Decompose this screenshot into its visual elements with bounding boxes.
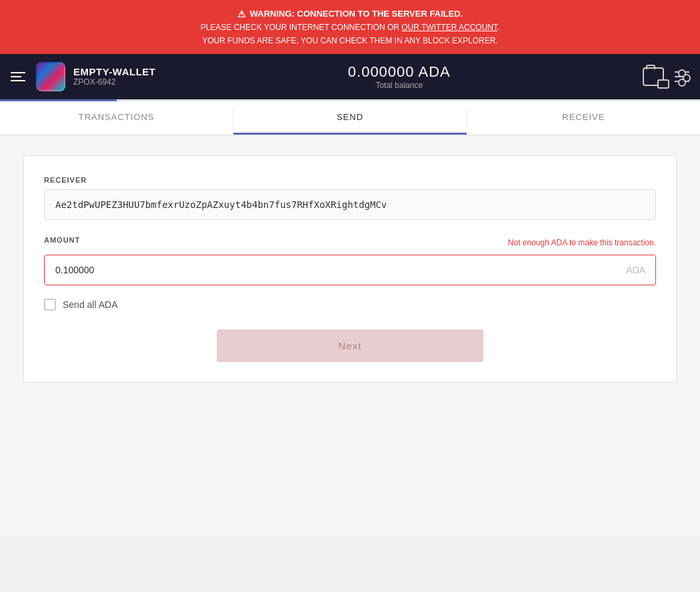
warning-line3: YOUR FUNDS ARE SAFE, YOU CAN CHECK THEM … (13, 35, 687, 47)
send-all-checkbox[interactable] (44, 299, 56, 311)
warning-text-1: WARNING: CONNECTION TO THE SERVER FAILED… (250, 7, 463, 21)
main-content: RECEIVER AMOUNT Not enough ADA to make t… (0, 135, 700, 535)
wallet-name: EMPTY-WALLET (73, 66, 156, 77)
wallet-icon-group[interactable] (643, 67, 664, 86)
wallet-avatar (36, 62, 65, 91)
warning-text-3: YOUR FUNDS ARE SAFE, YOU CAN CHECK THEM … (202, 36, 497, 45)
header-right (643, 67, 689, 86)
warning-icon: ⚠ (237, 7, 246, 21)
amount-label: AMOUNT (44, 236, 80, 244)
balance-amount: 0.000000 ADA (156, 63, 643, 81)
warning-line2: PLEASE CHECK YOUR INTERNET CONNECTION OR… (13, 21, 687, 34)
header-center: 0.000000 ADA Total balance (156, 63, 643, 90)
amount-header: AMOUNT Not enough ADA to make this trans… (44, 236, 656, 249)
tab-send[interactable]: SEND (233, 101, 466, 135)
wallet-small-icon[interactable] (657, 79, 669, 89)
warning-line1: ⚠ WARNING: CONNECTION TO THE SERVER FAIL… (13, 7, 687, 21)
send-card: RECEIVER AMOUNT Not enough ADA to make t… (23, 155, 677, 383)
amount-error: Not enough ADA to make this transaction. (508, 238, 656, 247)
header: EMPTY-WALLET ZPOX-6942 0.000000 ADA Tota… (0, 54, 700, 99)
settings-icon[interactable] (675, 71, 689, 82)
amount-input[interactable] (44, 255, 656, 285)
warning-banner: ⚠ WARNING: CONNECTION TO THE SERVER FAIL… (0, 0, 700, 54)
balance-label: Total balance (156, 81, 643, 90)
receiver-input[interactable] (44, 189, 656, 220)
tab-transactions[interactable]: TRANSACTIONS (0, 101, 233, 135)
header-left: EMPTY-WALLET ZPOX-6942 (11, 62, 156, 91)
wallet-id: ZPOX-6942 (73, 77, 156, 87)
warning-text-2: PLEASE CHECK YOUR INTERNET CONNECTION OR (201, 23, 402, 32)
send-all-row: Send all ADA (44, 299, 656, 311)
wallet-info: EMPTY-WALLET ZPOX-6942 (73, 66, 156, 87)
twitter-link[interactable]: OUR TWITTER ACCOUNT (401, 23, 497, 32)
send-all-label[interactable]: Send all ADA (63, 299, 118, 310)
amount-section: AMOUNT Not enough ADA to make this trans… (44, 236, 656, 285)
receiver-label: RECEIVER (44, 176, 656, 184)
next-button[interactable]: Next (217, 329, 483, 362)
tab-receive[interactable]: RECEIVE (467, 101, 700, 135)
hamburger-menu-icon[interactable] (11, 72, 25, 81)
amount-input-wrapper: ADA (44, 255, 656, 285)
nav-tabs: TRANSACTIONS SEND RECEIVE (0, 101, 700, 135)
